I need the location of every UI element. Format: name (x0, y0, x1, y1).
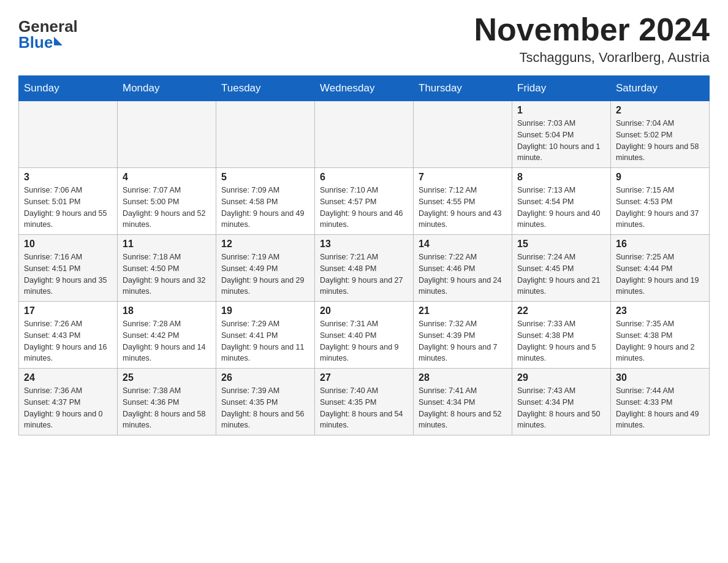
day-number: 6 (320, 172, 408, 183)
day-number: 30 (616, 372, 704, 383)
day-info: Sunrise: 7:03 AMSunset: 5:04 PMDaylight:… (517, 118, 605, 164)
calendar-cell: 30Sunrise: 7:44 AMSunset: 4:33 PMDayligh… (611, 369, 710, 435)
day-number: 25 (123, 372, 211, 383)
day-info: Sunrise: 7:28 AMSunset: 4:42 PMDaylight:… (123, 318, 211, 364)
calendar-cell: 6Sunrise: 7:10 AMSunset: 4:57 PMDaylight… (315, 168, 414, 235)
day-info: Sunrise: 7:44 AMSunset: 4:33 PMDaylight:… (616, 385, 704, 431)
day-info: Sunrise: 7:21 AMSunset: 4:48 PMDaylight:… (320, 251, 408, 297)
calendar-cell: 29Sunrise: 7:43 AMSunset: 4:34 PMDayligh… (512, 369, 611, 435)
day-info: Sunrise: 7:16 AMSunset: 4:51 PMDaylight:… (24, 251, 112, 297)
calendar-cell: 26Sunrise: 7:39 AMSunset: 4:35 PMDayligh… (216, 369, 315, 435)
location-title: Tschagguns, Vorarlberg, Austria (474, 50, 710, 66)
calendar-week-5: 24Sunrise: 7:36 AMSunset: 4:37 PMDayligh… (19, 369, 710, 435)
day-info: Sunrise: 7:07 AMSunset: 5:00 PMDaylight:… (123, 185, 211, 231)
day-info: Sunrise: 7:25 AMSunset: 4:44 PMDaylight:… (616, 251, 704, 297)
day-info: Sunrise: 7:39 AMSunset: 4:35 PMDaylight:… (221, 385, 309, 431)
day-number: 12 (221, 239, 309, 250)
calendar-cell: 10Sunrise: 7:16 AMSunset: 4:51 PMDayligh… (19, 235, 118, 302)
day-info: Sunrise: 7:22 AMSunset: 4:46 PMDaylight:… (419, 251, 507, 297)
header: General Blue November 2024 Tschagguns, V… (18, 12, 710, 66)
calendar-table: SundayMondayTuesdayWednesdayThursdayFrid… (18, 75, 710, 435)
day-info: Sunrise: 7:29 AMSunset: 4:41 PMDaylight:… (221, 318, 309, 364)
day-number: 2 (616, 105, 704, 116)
calendar-cell: 20Sunrise: 7:31 AMSunset: 4:40 PMDayligh… (315, 302, 414, 369)
calendar-cell: 18Sunrise: 7:28 AMSunset: 4:42 PMDayligh… (118, 302, 216, 369)
calendar-cell: 5Sunrise: 7:09 AMSunset: 4:58 PMDaylight… (216, 168, 315, 235)
day-info: Sunrise: 7:12 AMSunset: 4:55 PMDaylight:… (419, 185, 507, 231)
calendar-cell: 17Sunrise: 7:26 AMSunset: 4:43 PMDayligh… (19, 302, 118, 369)
day-number: 1 (517, 105, 605, 116)
calendar-cell: 7Sunrise: 7:12 AMSunset: 4:55 PMDaylight… (414, 168, 512, 235)
calendar-cell: 22Sunrise: 7:33 AMSunset: 4:38 PMDayligh… (512, 302, 611, 369)
day-number: 18 (123, 305, 211, 316)
logo: General Blue (18, 12, 78, 50)
calendar-cell: 28Sunrise: 7:41 AMSunset: 4:34 PMDayligh… (414, 369, 512, 435)
day-number: 23 (616, 305, 704, 316)
calendar-cell: 9Sunrise: 7:15 AMSunset: 4:53 PMDaylight… (611, 168, 710, 235)
day-info: Sunrise: 7:26 AMSunset: 4:43 PMDaylight:… (24, 318, 112, 364)
day-number: 21 (419, 305, 507, 316)
day-number: 11 (123, 239, 211, 250)
day-number: 22 (517, 305, 605, 316)
calendar-cell: 3Sunrise: 7:06 AMSunset: 5:01 PMDaylight… (19, 168, 118, 235)
day-number: 15 (517, 239, 605, 250)
calendar-cell (414, 101, 512, 168)
calendar-week-2: 3Sunrise: 7:06 AMSunset: 5:01 PMDaylight… (19, 168, 710, 235)
day-info: Sunrise: 7:06 AMSunset: 5:01 PMDaylight:… (24, 185, 112, 231)
day-number: 28 (419, 372, 507, 383)
calendar-cell: 21Sunrise: 7:32 AMSunset: 4:39 PMDayligh… (414, 302, 512, 369)
logo-blue-text: Blue (18, 34, 63, 50)
calendar-cell (315, 101, 414, 168)
calendar-cell: 25Sunrise: 7:38 AMSunset: 4:36 PMDayligh… (118, 369, 216, 435)
day-info: Sunrise: 7:31 AMSunset: 4:40 PMDaylight:… (320, 318, 408, 364)
day-info: Sunrise: 7:32 AMSunset: 4:39 PMDaylight:… (419, 318, 507, 364)
day-info: Sunrise: 7:19 AMSunset: 4:49 PMDaylight:… (221, 251, 309, 297)
calendar-cell (19, 101, 118, 168)
calendar-cell: 1Sunrise: 7:03 AMSunset: 5:04 PMDaylight… (512, 101, 611, 168)
day-number: 20 (320, 305, 408, 316)
day-number: 19 (221, 305, 309, 316)
day-info: Sunrise: 7:35 AMSunset: 4:38 PMDaylight:… (616, 318, 704, 364)
day-number: 5 (221, 172, 309, 183)
calendar-cell: 24Sunrise: 7:36 AMSunset: 4:37 PMDayligh… (19, 369, 118, 435)
calendar-cell: 8Sunrise: 7:13 AMSunset: 4:54 PMDaylight… (512, 168, 611, 235)
day-info: Sunrise: 7:43 AMSunset: 4:34 PMDaylight:… (517, 385, 605, 431)
title-area: November 2024 Tschagguns, Vorarlberg, Au… (474, 12, 710, 66)
day-info: Sunrise: 7:15 AMSunset: 4:53 PMDaylight:… (616, 185, 704, 231)
day-info: Sunrise: 7:10 AMSunset: 4:57 PMDaylight:… (320, 185, 408, 231)
day-info: Sunrise: 7:38 AMSunset: 4:36 PMDaylight:… (123, 385, 211, 431)
calendar-cell: 23Sunrise: 7:35 AMSunset: 4:38 PMDayligh… (611, 302, 710, 369)
calendar-cell: 2Sunrise: 7:04 AMSunset: 5:02 PMDaylight… (611, 101, 710, 168)
day-info: Sunrise: 7:41 AMSunset: 4:34 PMDaylight:… (419, 385, 507, 431)
calendar-cell: 15Sunrise: 7:24 AMSunset: 4:45 PMDayligh… (512, 235, 611, 302)
day-number: 9 (616, 172, 704, 183)
col-header-saturday: Saturday (611, 76, 710, 101)
logo-general-text: General (18, 18, 78, 34)
day-info: Sunrise: 7:36 AMSunset: 4:37 PMDaylight:… (24, 385, 112, 431)
day-number: 4 (123, 172, 211, 183)
calendar-cell (118, 101, 216, 168)
col-header-thursday: Thursday (414, 76, 512, 101)
day-number: 14 (419, 239, 507, 250)
day-number: 29 (517, 372, 605, 383)
day-info: Sunrise: 7:33 AMSunset: 4:38 PMDaylight:… (517, 318, 605, 364)
calendar-cell: 4Sunrise: 7:07 AMSunset: 5:00 PMDaylight… (118, 168, 216, 235)
day-number: 24 (24, 372, 112, 383)
day-number: 8 (517, 172, 605, 183)
day-number: 7 (419, 172, 507, 183)
day-info: Sunrise: 7:24 AMSunset: 4:45 PMDaylight:… (517, 251, 605, 297)
day-info: Sunrise: 7:04 AMSunset: 5:02 PMDaylight:… (616, 118, 704, 164)
day-number: 13 (320, 239, 408, 250)
col-header-sunday: Sunday (19, 76, 118, 101)
day-number: 27 (320, 372, 408, 383)
day-info: Sunrise: 7:18 AMSunset: 4:50 PMDaylight:… (123, 251, 211, 297)
day-info: Sunrise: 7:40 AMSunset: 4:35 PMDaylight:… (320, 385, 408, 431)
day-number: 26 (221, 372, 309, 383)
logo-triangle-icon (54, 37, 63, 45)
calendar-week-3: 10Sunrise: 7:16 AMSunset: 4:51 PMDayligh… (19, 235, 710, 302)
col-header-wednesday: Wednesday (315, 76, 414, 101)
col-header-monday: Monday (118, 76, 216, 101)
calendar-cell: 27Sunrise: 7:40 AMSunset: 4:35 PMDayligh… (315, 369, 414, 435)
calendar-cell: 11Sunrise: 7:18 AMSunset: 4:50 PMDayligh… (118, 235, 216, 302)
calendar-week-1: 1Sunrise: 7:03 AMSunset: 5:04 PMDaylight… (19, 101, 710, 168)
